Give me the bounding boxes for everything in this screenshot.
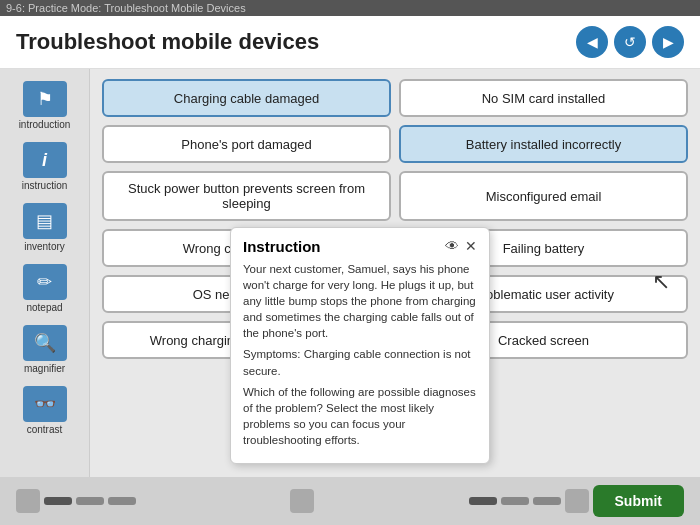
sidebar-label-notepad: notepad (26, 302, 62, 313)
contrast-icon: 👓 (23, 386, 67, 422)
dot-6 (533, 497, 561, 505)
submit-button[interactable]: Submit (593, 485, 684, 517)
option-ports-damaged[interactable]: Phone's port damaged (102, 125, 391, 163)
progress-left (16, 489, 136, 513)
sidebar-item-introduction[interactable]: ⚑ introduction (0, 77, 89, 134)
refresh-button[interactable]: ↺ (614, 26, 646, 58)
main-content: ⚑ introduction i instruction ▤ inventory… (0, 69, 700, 514)
instruction-icon: i (23, 142, 67, 178)
window-title: 9-6: Practice Mode: Troubleshoot Mobile … (6, 2, 246, 14)
close-icon[interactable]: ✕ (465, 238, 477, 254)
popup-description: Your next customer, Samuel, says his pho… (243, 261, 477, 341)
popup-title: Instruction (243, 238, 321, 255)
inventory-icon: ▤ (23, 203, 67, 239)
progress-icon-2 (565, 489, 589, 513)
sidebar-item-notepad[interactable]: ✏ notepad (0, 260, 89, 317)
back-button[interactable]: ◀ (576, 26, 608, 58)
popup-question: Which of the following are possible diag… (243, 384, 477, 448)
sidebar-item-contrast[interactable]: 👓 contrast (0, 382, 89, 439)
instruction-popup: Instruction 👁 ✕ Your next customer, Samu… (230, 227, 490, 464)
popup-header: Instruction 👁 ✕ (243, 238, 477, 255)
progress-icon-center (290, 489, 314, 513)
dot-1 (44, 497, 72, 505)
dot-5 (501, 497, 529, 505)
dot-4 (469, 497, 497, 505)
eye-icon[interactable]: 👁 (445, 238, 459, 254)
popup-controls: 👁 ✕ (445, 238, 477, 254)
option-battery-incorrectly[interactable]: Battery installed incorrectly (399, 125, 688, 163)
introduction-icon: ⚑ (23, 81, 67, 117)
option-stuck-power-button[interactable]: Stuck power button prevents screen from … (102, 171, 391, 221)
forward-button[interactable]: ▶ (652, 26, 684, 58)
app-header: Troubleshoot mobile devices ◀ ↺ ▶ (0, 16, 700, 69)
magnifier-icon: 🔍 (23, 325, 67, 361)
sidebar-label-inventory: inventory (24, 241, 65, 252)
page-title: Troubleshoot mobile devices (16, 29, 319, 55)
notepad-icon: ✏ (23, 264, 67, 300)
option-charging-cable-damaged[interactable]: Charging cable damaged (102, 79, 391, 117)
dot-2 (76, 497, 104, 505)
sidebar-label-magnifier: magnifier (24, 363, 65, 374)
sidebar-item-instruction[interactable]: i instruction (0, 138, 89, 195)
option-misconfigured-email[interactable]: Misconfigured email (399, 171, 688, 221)
bottom-bar: Submit (0, 477, 700, 525)
progress-right: Submit (469, 485, 684, 517)
dot-3 (108, 497, 136, 505)
sidebar-item-inventory[interactable]: ▤ inventory (0, 199, 89, 256)
sidebar-label-contrast: contrast (27, 424, 63, 435)
sidebar-label-introduction: introduction (19, 119, 71, 130)
popup-body: Your next customer, Samuel, says his pho… (243, 261, 477, 448)
sidebar: ⚑ introduction i instruction ▤ inventory… (0, 69, 90, 514)
content-area: Charging cable damaged No SIM card insta… (90, 69, 700, 514)
sidebar-item-magnifier[interactable]: 🔍 magnifier (0, 321, 89, 378)
option-no-sim[interactable]: No SIM card installed (399, 79, 688, 117)
progress-icon-1 (16, 489, 40, 513)
sidebar-label-instruction: instruction (22, 180, 68, 191)
title-bar: 9-6: Practice Mode: Troubleshoot Mobile … (0, 0, 700, 16)
popup-symptoms: Symptoms: Charging cable connection is n… (243, 346, 477, 378)
nav-controls: ◀ ↺ ▶ (576, 26, 684, 58)
